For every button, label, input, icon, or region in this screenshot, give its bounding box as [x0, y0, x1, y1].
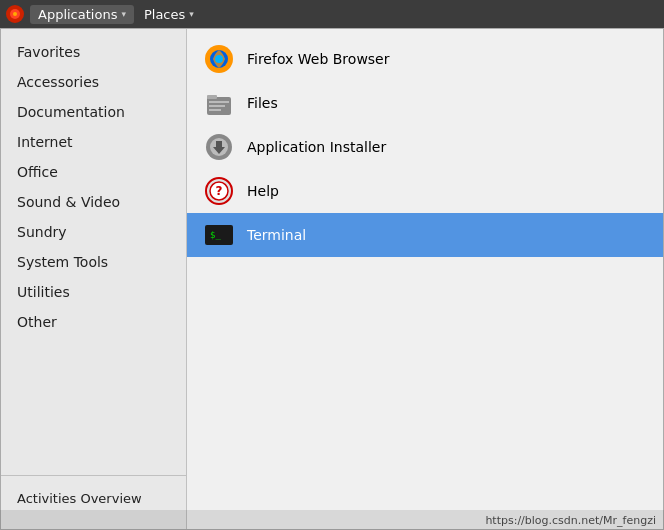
- svg-rect-10: [209, 109, 221, 111]
- places-label: Places: [144, 7, 185, 22]
- applications-label: Applications: [38, 7, 117, 22]
- svg-point-5: [215, 55, 223, 63]
- app-item-help[interactable]: ? Help: [187, 169, 663, 213]
- files-icon: [203, 87, 235, 119]
- sidebar-item-system-tools[interactable]: System Tools: [1, 247, 186, 277]
- sidebar-item-activities[interactable]: Activities Overview: [1, 484, 186, 513]
- svg-text:$_: $_: [210, 230, 221, 240]
- places-menu-button[interactable]: Places ▾: [136, 5, 202, 24]
- app-item-firefox[interactable]: Firefox Web Browser: [187, 37, 663, 81]
- sidebar-item-internet[interactable]: Internet: [1, 127, 186, 157]
- firefox-label: Firefox Web Browser: [247, 51, 390, 67]
- sidebar-item-sound-video[interactable]: Sound & Video: [1, 187, 186, 217]
- installer-label: Application Installer: [247, 139, 386, 155]
- sidebar-item-documentation[interactable]: Documentation: [1, 97, 186, 127]
- applications-menu-button[interactable]: Applications ▾: [30, 5, 134, 24]
- svg-point-2: [13, 12, 17, 16]
- files-label: Files: [247, 95, 278, 111]
- sidebar: Favorites Accessories Documentation Inte…: [1, 29, 187, 529]
- menubar: Applications ▾ Places ▾: [0, 0, 664, 28]
- svg-text:?: ?: [216, 184, 223, 198]
- installer-icon: [203, 131, 235, 163]
- app-item-installer[interactable]: Application Installer: [187, 125, 663, 169]
- help-icon: ?: [203, 175, 235, 207]
- sidebar-item-sundry[interactable]: Sundry: [1, 217, 186, 247]
- places-chevron: ▾: [189, 9, 194, 19]
- sidebar-spacer: [1, 337, 186, 475]
- sidebar-item-other[interactable]: Other: [1, 307, 186, 337]
- sidebar-item-accessories[interactable]: Accessories: [1, 67, 186, 97]
- sidebar-item-office[interactable]: Office: [1, 157, 186, 187]
- firefox-icon: [203, 43, 235, 75]
- logo: [4, 3, 26, 25]
- svg-rect-8: [209, 101, 229, 103]
- terminal-icon: $_: [203, 219, 235, 251]
- sidebar-item-favorites[interactable]: Favorites: [1, 37, 186, 67]
- svg-rect-9: [209, 105, 225, 107]
- terminal-label: Terminal: [247, 227, 306, 243]
- applications-chevron: ▾: [121, 9, 126, 19]
- status-url: https://blog.csdn.net/Mr_fengzi: [485, 514, 656, 527]
- app-item-files[interactable]: Files: [187, 81, 663, 125]
- app-item-terminal[interactable]: $_ Terminal: [187, 213, 663, 257]
- svg-rect-7: [207, 95, 217, 99]
- sidebar-item-utilities[interactable]: Utilities: [1, 277, 186, 307]
- statusbar: https://blog.csdn.net/Mr_fengzi: [0, 510, 664, 530]
- help-label: Help: [247, 183, 279, 199]
- applications-dropdown: Favorites Accessories Documentation Inte…: [0, 28, 664, 530]
- app-list: Firefox Web Browser Files: [187, 29, 663, 529]
